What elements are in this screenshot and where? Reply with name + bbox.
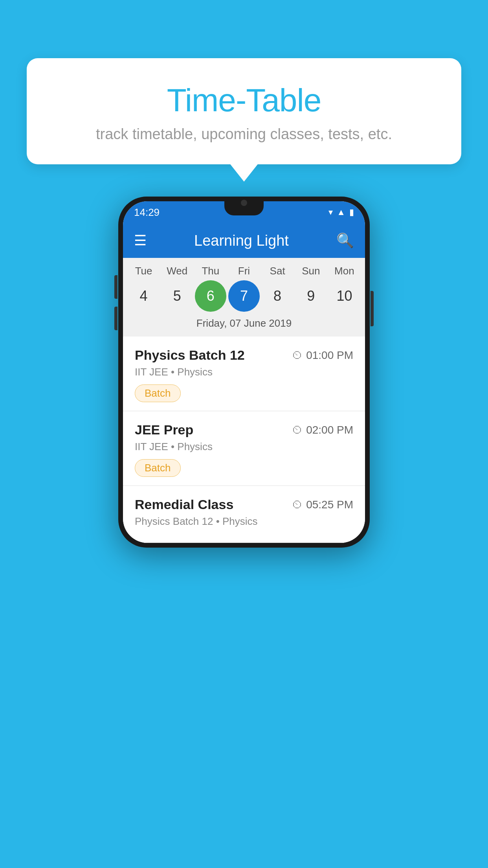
date-4[interactable]: 4 bbox=[128, 280, 160, 312]
class-item-2-header: JEE Prep ⏲ 02:00 PM bbox=[135, 422, 353, 438]
phone-frame: 14:29 ▾ ▲ ▮ ☰ Learning Light 🔍 Tue Wed T… bbox=[118, 197, 370, 548]
class-time-3: ⏲ 05:25 PM bbox=[292, 498, 353, 511]
app-bar: ☰ Learning Light 🔍 bbox=[123, 223, 365, 258]
tooltip-card: Time-Table track timetable, upcoming cla… bbox=[27, 58, 461, 164]
class-time-1: ⏲ 01:00 PM bbox=[292, 349, 353, 362]
class-name-3: Remedial Class bbox=[135, 497, 233, 512]
signal-icon: ▲ bbox=[337, 207, 345, 217]
day-name-sun: Sun bbox=[295, 265, 327, 277]
class-item-1-header: Physics Batch 12 ⏲ 01:00 PM bbox=[135, 348, 353, 363]
class-item-3[interactable]: Remedial Class ⏲ 05:25 PM Physics Batch … bbox=[123, 486, 365, 543]
date-5[interactable]: 5 bbox=[161, 280, 193, 312]
date-7-selected[interactable]: 7 bbox=[228, 280, 260, 312]
power-button bbox=[371, 291, 374, 326]
phone-wrapper: 14:29 ▾ ▲ ▮ ☰ Learning Light 🔍 Tue Wed T… bbox=[118, 197, 370, 548]
class-item-1[interactable]: Physics Batch 12 ⏲ 01:00 PM IIT JEE • Ph… bbox=[123, 337, 365, 411]
day-name-fri: Fri bbox=[228, 265, 260, 277]
class-item-3-header: Remedial Class ⏲ 05:25 PM bbox=[135, 497, 353, 512]
selected-date-label: Friday, 07 June 2019 bbox=[123, 312, 365, 333]
day-numbers: 4 5 6 7 8 9 10 bbox=[123, 280, 365, 312]
calendar-strip: Tue Wed Thu Fri Sat Sun Mon 4 5 6 7 8 9 … bbox=[123, 258, 365, 337]
class-item-2[interactable]: JEE Prep ⏲ 02:00 PM IIT JEE • Physics Ba… bbox=[123, 411, 365, 486]
search-icon[interactable]: 🔍 bbox=[336, 232, 354, 249]
battery-icon: ▮ bbox=[349, 207, 354, 217]
class-time-value-1: 01:00 PM bbox=[306, 349, 353, 362]
clock-icon-3: ⏲ bbox=[292, 498, 303, 511]
class-name-2: JEE Prep bbox=[135, 422, 193, 438]
wifi-icon: ▾ bbox=[328, 207, 333, 217]
date-8[interactable]: 8 bbox=[262, 280, 293, 312]
phone-camera bbox=[241, 200, 247, 206]
phone-screen: 14:29 ▾ ▲ ▮ ☰ Learning Light 🔍 Tue Wed T… bbox=[123, 201, 365, 543]
class-meta-2: IIT JEE • Physics bbox=[135, 441, 353, 453]
class-time-value-2: 02:00 PM bbox=[306, 424, 353, 436]
class-time-value-3: 05:25 PM bbox=[306, 498, 353, 511]
class-meta-1: IIT JEE • Physics bbox=[135, 366, 353, 378]
date-10[interactable]: 10 bbox=[328, 280, 360, 312]
clock-icon-2: ⏲ bbox=[292, 423, 303, 436]
day-name-sat: Sat bbox=[262, 265, 293, 277]
day-name-thu: Thu bbox=[195, 265, 226, 277]
hamburger-icon[interactable]: ☰ bbox=[134, 232, 147, 249]
tooltip-title: Time-Table bbox=[50, 82, 438, 119]
status-icons: ▾ ▲ ▮ bbox=[328, 207, 354, 217]
class-name-1: Physics Batch 12 bbox=[135, 348, 245, 363]
day-name-tue: Tue bbox=[128, 265, 160, 277]
batch-badge-2: Batch bbox=[135, 459, 181, 477]
day-name-wed: Wed bbox=[161, 265, 193, 277]
tooltip-subtitle: track timetable, upcoming classes, tests… bbox=[50, 126, 438, 143]
date-9[interactable]: 9 bbox=[295, 280, 327, 312]
volume-down-button bbox=[114, 307, 117, 330]
class-time-2: ⏲ 02:00 PM bbox=[292, 423, 353, 436]
volume-up-button bbox=[114, 275, 117, 299]
date-6-today[interactable]: 6 bbox=[195, 280, 226, 312]
clock-icon-1: ⏲ bbox=[292, 349, 303, 362]
app-bar-title: Learning Light bbox=[194, 232, 289, 249]
day-name-mon: Mon bbox=[328, 265, 360, 277]
status-time: 14:29 bbox=[134, 206, 160, 219]
day-names: Tue Wed Thu Fri Sat Sun Mon bbox=[123, 265, 365, 277]
batch-badge-1: Batch bbox=[135, 384, 181, 402]
class-meta-3: Physics Batch 12 • Physics bbox=[135, 515, 353, 528]
